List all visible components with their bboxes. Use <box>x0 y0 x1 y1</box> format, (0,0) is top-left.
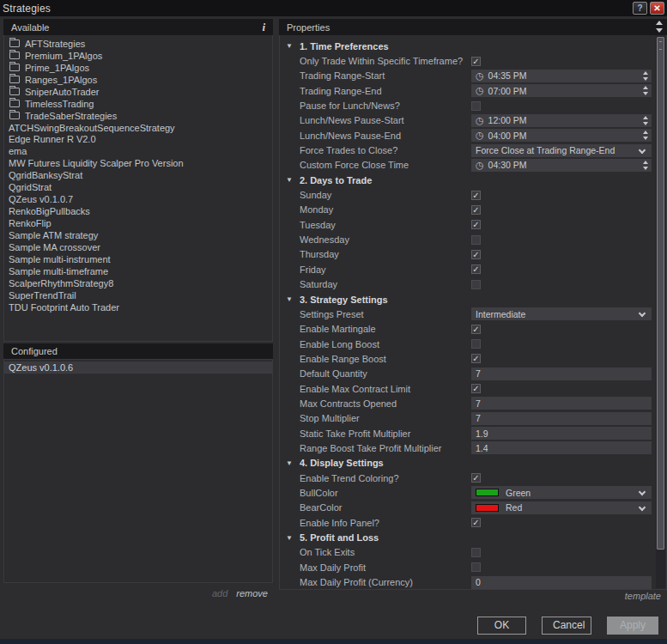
dropdown[interactable]: Green <box>471 486 652 499</box>
spin-up-icon[interactable] <box>643 131 648 134</box>
available-strategy-item[interactable]: Ranges_1PAlgos <box>4 74 272 86</box>
available-strategy-item[interactable]: Sample MA crossover <box>4 241 272 253</box>
checkbox[interactable]: ✓ <box>471 205 481 215</box>
available-strategy-item[interactable]: ATCHSwingBreakoutSequenceStrategy <box>4 122 272 134</box>
available-strategy-item[interactable]: Sample ATM strategy <box>4 229 272 241</box>
available-strategy-item[interactable]: TimelessTrading <box>4 98 272 110</box>
property-label: Enable Range Boost <box>280 354 471 364</box>
section-header[interactable]: ▼2. Days to Trade <box>280 173 656 187</box>
remove-link[interactable]: remove <box>236 588 268 598</box>
checkbox[interactable]: ✓ <box>471 325 481 334</box>
section-header[interactable]: ▼4. Display Settings <box>280 456 656 471</box>
available-strategy-item[interactable]: Sample multi-instrument <box>4 253 272 265</box>
title-bar[interactable]: Strategies ? ✕ <box>0 0 667 16</box>
time-input[interactable]: ◷04:30 PM <box>471 159 652 172</box>
property-label: Pause for Lunch/News? <box>280 100 471 111</box>
cancel-button[interactable]: Cancel <box>542 617 591 635</box>
available-strategy-item[interactable]: Premium_1PAlgos <box>4 50 272 62</box>
checkbox[interactable]: ✓ <box>471 250 481 259</box>
checkbox[interactable]: ✓ <box>471 354 481 363</box>
available-strategy-item[interactable]: AFTStrategies <box>4 38 272 50</box>
configured-strategy-list[interactable]: QZeus v0.1.0.6 <box>3 359 273 583</box>
checkbox[interactable] <box>471 101 481 111</box>
available-strategy-item[interactable]: Edge Runner R V2.0 <box>4 134 272 146</box>
time-input[interactable]: ◷04:00 PM <box>471 129 652 142</box>
spin-down-icon[interactable] <box>643 137 648 140</box>
spinner[interactable] <box>643 86 648 95</box>
checkbox[interactable]: ✓ <box>471 518 481 527</box>
scrollbar-thumb[interactable] <box>657 37 664 550</box>
checkbox[interactable]: ✓ <box>471 264 481 274</box>
available-strategy-item[interactable]: TradeSaberStrategies <box>4 110 272 122</box>
text-input[interactable]: 1.9 <box>471 427 652 440</box>
checkbox[interactable]: ✓ <box>471 220 481 229</box>
checkbox[interactable]: ✓ <box>471 191 481 200</box>
checkbox[interactable] <box>471 339 481 349</box>
available-strategy-item[interactable]: SuperTrendTrail <box>4 289 272 301</box>
available-strategy-item[interactable]: QgridBanksyStrat <box>4 169 272 181</box>
available-strategy-list[interactable]: AFTStrategiesPremium_1PAlgosPrime_1PAlgo… <box>3 35 273 342</box>
scroll-down-icon[interactable] <box>656 28 663 33</box>
property-label: Enable Info Panel? <box>280 518 471 528</box>
apply-button[interactable]: Apply <box>607 617 658 635</box>
properties-grid: ▼1. Time PreferencesOnly Trade Within Sp… <box>280 35 656 590</box>
properties-scrollbar[interactable] <box>656 36 665 588</box>
section-header[interactable]: ▼3. Strategy Settings <box>280 292 656 307</box>
section-header[interactable]: ▼1. Time Preferences <box>280 39 656 53</box>
available-strategy-item[interactable]: QgridStrat <box>4 181 272 193</box>
text-input[interactable]: 0 <box>471 576 652 589</box>
add-link[interactable]: add <box>212 588 227 598</box>
ok-button[interactable]: OK <box>477 617 526 635</box>
spin-down-icon[interactable] <box>643 167 648 170</box>
spinner[interactable] <box>643 116 648 125</box>
checkbox[interactable]: ✓ <box>471 473 481 483</box>
spin-up-icon[interactable] <box>643 116 648 119</box>
checkbox[interactable] <box>471 562 481 572</box>
text-input[interactable]: 7 <box>471 412 652 425</box>
checkbox[interactable]: ✓ <box>471 384 481 393</box>
spinner[interactable] <box>643 161 648 170</box>
configured-strategy-item[interactable]: QZeus v0.1.0.6 <box>4 361 272 374</box>
spinner[interactable] <box>643 71 648 81</box>
available-strategy-item[interactable]: Prime_1PAlgos <box>4 62 272 74</box>
available-strategy-item[interactable]: TDU Footprint Auto Trader <box>4 301 272 313</box>
time-input[interactable]: ◷04:35 PM <box>471 70 652 82</box>
property-row: Thursday✓ <box>280 247 656 262</box>
dropdown[interactable]: Red <box>471 501 652 514</box>
checkbox[interactable]: ✓ <box>471 57 481 66</box>
checkbox[interactable] <box>471 235 481 245</box>
template-link[interactable]: template <box>279 591 661 601</box>
spin-down-icon[interactable] <box>643 92 648 95</box>
info-icon[interactable]: i <box>262 21 265 34</box>
section-header[interactable]: ▼5. Profit and Loss <box>280 530 656 544</box>
spin-down-icon[interactable] <box>643 77 648 81</box>
spin-up-icon[interactable] <box>643 86 648 89</box>
scroll-up-icon[interactable] <box>656 21 663 25</box>
scroll-arrows[interactable] <box>654 21 664 33</box>
time-input[interactable]: ◷12:00 PM <box>471 114 652 127</box>
close-icon[interactable]: ✕ <box>650 2 664 15</box>
available-strategy-item[interactable]: ScalperRhythmStrategy8 <box>4 277 272 289</box>
text-input[interactable]: 1.4 <box>471 441 652 454</box>
spin-down-icon[interactable] <box>643 122 648 125</box>
text-input[interactable]: 7 <box>471 397 652 410</box>
available-strategy-item[interactable]: SniperAutoTrader <box>4 86 272 98</box>
available-strategy-item[interactable]: MW Futures Liquidity Scalper Pro Version <box>4 157 272 169</box>
available-strategy-item[interactable]: Sample multi-timeframe <box>4 265 272 277</box>
spin-up-icon[interactable] <box>643 161 648 164</box>
dropdown[interactable]: Intermediate <box>471 307 652 320</box>
dropdown[interactable]: Force Close at Trading Range-End <box>471 144 652 157</box>
available-strategy-item[interactable]: RenkoBigPullbacks <box>4 205 272 217</box>
spinner[interactable] <box>643 131 648 140</box>
available-strategy-item[interactable]: QZeus v0.1.0.7 <box>4 193 272 205</box>
available-strategy-item[interactable]: ema <box>4 145 272 157</box>
checkbox[interactable] <box>471 280 481 289</box>
property-value: ✓ <box>471 325 652 334</box>
checkbox[interactable] <box>471 548 481 557</box>
property-label: Max Contracts Opened <box>280 398 471 409</box>
help-icon[interactable]: ? <box>633 2 647 15</box>
spin-up-icon[interactable] <box>643 71 648 75</box>
text-input[interactable]: 7 <box>471 368 652 380</box>
time-input[interactable]: ◷07:00 PM <box>471 84 652 97</box>
available-strategy-item[interactable]: RenkoFlip <box>4 217 272 229</box>
